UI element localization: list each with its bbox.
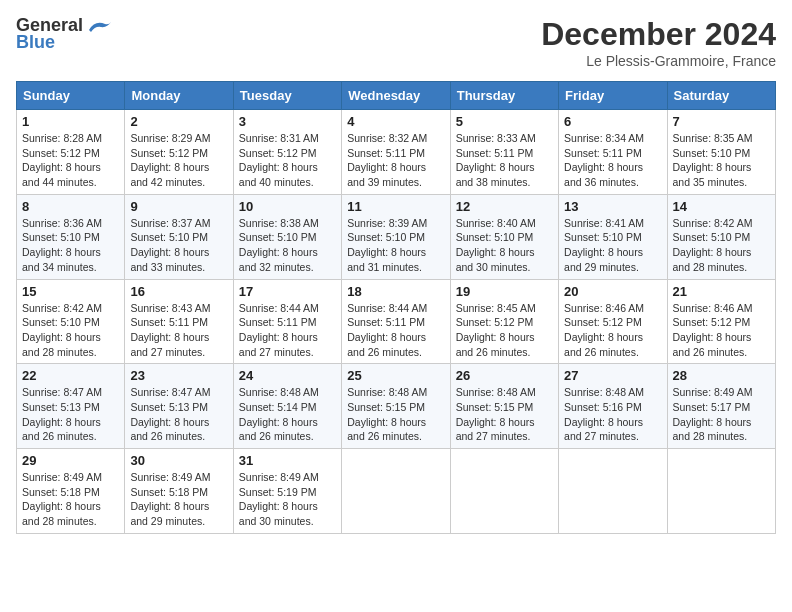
cell-sun-info: Sunrise: 8:28 AMSunset: 5:12 PMDaylight:…: [22, 131, 119, 190]
day-number: 18: [347, 284, 444, 299]
calendar-cell: 10Sunrise: 8:38 AMSunset: 5:10 PMDayligh…: [233, 194, 341, 279]
calendar-cell: 26Sunrise: 8:48 AMSunset: 5:15 PMDayligh…: [450, 364, 558, 449]
day-number: 31: [239, 453, 336, 468]
day-number: 4: [347, 114, 444, 129]
calendar-cell: 5Sunrise: 8:33 AMSunset: 5:11 PMDaylight…: [450, 110, 558, 195]
calendar-week-2: 8Sunrise: 8:36 AMSunset: 5:10 PMDaylight…: [17, 194, 776, 279]
calendar-cell: 29Sunrise: 8:49 AMSunset: 5:18 PMDayligh…: [17, 449, 125, 534]
day-number: 1: [22, 114, 119, 129]
cell-sun-info: Sunrise: 8:47 AMSunset: 5:13 PMDaylight:…: [22, 385, 119, 444]
cell-sun-info: Sunrise: 8:48 AMSunset: 5:14 PMDaylight:…: [239, 385, 336, 444]
calendar-cell: 15Sunrise: 8:42 AMSunset: 5:10 PMDayligh…: [17, 279, 125, 364]
cell-sun-info: Sunrise: 8:49 AMSunset: 5:18 PMDaylight:…: [130, 470, 227, 529]
calendar-cell: 13Sunrise: 8:41 AMSunset: 5:10 PMDayligh…: [559, 194, 667, 279]
calendar-cell: 19Sunrise: 8:45 AMSunset: 5:12 PMDayligh…: [450, 279, 558, 364]
calendar-cell: 17Sunrise: 8:44 AMSunset: 5:11 PMDayligh…: [233, 279, 341, 364]
cell-sun-info: Sunrise: 8:47 AMSunset: 5:13 PMDaylight:…: [130, 385, 227, 444]
cell-sun-info: Sunrise: 8:39 AMSunset: 5:10 PMDaylight:…: [347, 216, 444, 275]
day-number: 28: [673, 368, 770, 383]
calendar-cell: [342, 449, 450, 534]
month-title: December 2024: [541, 16, 776, 53]
cell-sun-info: Sunrise: 8:42 AMSunset: 5:10 PMDaylight:…: [673, 216, 770, 275]
day-number: 26: [456, 368, 553, 383]
calendar-cell: 6Sunrise: 8:34 AMSunset: 5:11 PMDaylight…: [559, 110, 667, 195]
cell-sun-info: Sunrise: 8:48 AMSunset: 5:16 PMDaylight:…: [564, 385, 661, 444]
cell-sun-info: Sunrise: 8:48 AMSunset: 5:15 PMDaylight:…: [456, 385, 553, 444]
day-number: 23: [130, 368, 227, 383]
day-number: 29: [22, 453, 119, 468]
day-number: 7: [673, 114, 770, 129]
day-number: 5: [456, 114, 553, 129]
day-number: 6: [564, 114, 661, 129]
day-number: 14: [673, 199, 770, 214]
calendar-cell: 23Sunrise: 8:47 AMSunset: 5:13 PMDayligh…: [125, 364, 233, 449]
calendar-week-1: 1Sunrise: 8:28 AMSunset: 5:12 PMDaylight…: [17, 110, 776, 195]
title-area: December 2024 Le Plessis-Grammoire, Fran…: [541, 16, 776, 69]
day-number: 16: [130, 284, 227, 299]
cell-sun-info: Sunrise: 8:44 AMSunset: 5:11 PMDaylight:…: [347, 301, 444, 360]
calendar-cell: 31Sunrise: 8:49 AMSunset: 5:19 PMDayligh…: [233, 449, 341, 534]
location-subtitle: Le Plessis-Grammoire, France: [541, 53, 776, 69]
day-number: 19: [456, 284, 553, 299]
calendar-cell: 27Sunrise: 8:48 AMSunset: 5:16 PMDayligh…: [559, 364, 667, 449]
calendar-cell: [667, 449, 775, 534]
cell-sun-info: Sunrise: 8:49 AMSunset: 5:19 PMDaylight:…: [239, 470, 336, 529]
calendar-cell: 3Sunrise: 8:31 AMSunset: 5:12 PMDaylight…: [233, 110, 341, 195]
calendar-header-saturday: Saturday: [667, 82, 775, 110]
calendar-cell: 1Sunrise: 8:28 AMSunset: 5:12 PMDaylight…: [17, 110, 125, 195]
calendar-cell: 2Sunrise: 8:29 AMSunset: 5:12 PMDaylight…: [125, 110, 233, 195]
cell-sun-info: Sunrise: 8:49 AMSunset: 5:17 PMDaylight:…: [673, 385, 770, 444]
page-header: General Blue December 2024 Le Plessis-Gr…: [16, 16, 776, 69]
calendar-body: 1Sunrise: 8:28 AMSunset: 5:12 PMDaylight…: [17, 110, 776, 534]
cell-sun-info: Sunrise: 8:44 AMSunset: 5:11 PMDaylight:…: [239, 301, 336, 360]
cell-sun-info: Sunrise: 8:35 AMSunset: 5:10 PMDaylight:…: [673, 131, 770, 190]
day-number: 13: [564, 199, 661, 214]
day-number: 21: [673, 284, 770, 299]
calendar-cell: [450, 449, 558, 534]
calendar-cell: 14Sunrise: 8:42 AMSunset: 5:10 PMDayligh…: [667, 194, 775, 279]
calendar-header-row: SundayMondayTuesdayWednesdayThursdayFrid…: [17, 82, 776, 110]
cell-sun-info: Sunrise: 8:33 AMSunset: 5:11 PMDaylight:…: [456, 131, 553, 190]
calendar-header-tuesday: Tuesday: [233, 82, 341, 110]
calendar-cell: 16Sunrise: 8:43 AMSunset: 5:11 PMDayligh…: [125, 279, 233, 364]
day-number: 30: [130, 453, 227, 468]
calendar-header-wednesday: Wednesday: [342, 82, 450, 110]
cell-sun-info: Sunrise: 8:31 AMSunset: 5:12 PMDaylight:…: [239, 131, 336, 190]
day-number: 15: [22, 284, 119, 299]
calendar-header-monday: Monday: [125, 82, 233, 110]
cell-sun-info: Sunrise: 8:34 AMSunset: 5:11 PMDaylight:…: [564, 131, 661, 190]
day-number: 25: [347, 368, 444, 383]
day-number: 3: [239, 114, 336, 129]
day-number: 11: [347, 199, 444, 214]
calendar-cell: [559, 449, 667, 534]
logo: General Blue: [16, 16, 113, 53]
calendar-cell: 24Sunrise: 8:48 AMSunset: 5:14 PMDayligh…: [233, 364, 341, 449]
day-number: 12: [456, 199, 553, 214]
calendar-cell: 25Sunrise: 8:48 AMSunset: 5:15 PMDayligh…: [342, 364, 450, 449]
calendar-week-4: 22Sunrise: 8:47 AMSunset: 5:13 PMDayligh…: [17, 364, 776, 449]
cell-sun-info: Sunrise: 8:45 AMSunset: 5:12 PMDaylight:…: [456, 301, 553, 360]
cell-sun-info: Sunrise: 8:49 AMSunset: 5:18 PMDaylight:…: [22, 470, 119, 529]
calendar-cell: 28Sunrise: 8:49 AMSunset: 5:17 PMDayligh…: [667, 364, 775, 449]
calendar-cell: 20Sunrise: 8:46 AMSunset: 5:12 PMDayligh…: [559, 279, 667, 364]
calendar-cell: 12Sunrise: 8:40 AMSunset: 5:10 PMDayligh…: [450, 194, 558, 279]
cell-sun-info: Sunrise: 8:40 AMSunset: 5:10 PMDaylight:…: [456, 216, 553, 275]
calendar-header-thursday: Thursday: [450, 82, 558, 110]
calendar-week-3: 15Sunrise: 8:42 AMSunset: 5:10 PMDayligh…: [17, 279, 776, 364]
calendar-table: SundayMondayTuesdayWednesdayThursdayFrid…: [16, 81, 776, 534]
day-number: 24: [239, 368, 336, 383]
cell-sun-info: Sunrise: 8:46 AMSunset: 5:12 PMDaylight:…: [564, 301, 661, 360]
cell-sun-info: Sunrise: 8:41 AMSunset: 5:10 PMDaylight:…: [564, 216, 661, 275]
day-number: 22: [22, 368, 119, 383]
day-number: 2: [130, 114, 227, 129]
calendar-cell: 4Sunrise: 8:32 AMSunset: 5:11 PMDaylight…: [342, 110, 450, 195]
cell-sun-info: Sunrise: 8:36 AMSunset: 5:10 PMDaylight:…: [22, 216, 119, 275]
day-number: 10: [239, 199, 336, 214]
calendar-cell: 11Sunrise: 8:39 AMSunset: 5:10 PMDayligh…: [342, 194, 450, 279]
calendar-week-5: 29Sunrise: 8:49 AMSunset: 5:18 PMDayligh…: [17, 449, 776, 534]
day-number: 17: [239, 284, 336, 299]
cell-sun-info: Sunrise: 8:48 AMSunset: 5:15 PMDaylight:…: [347, 385, 444, 444]
cell-sun-info: Sunrise: 8:38 AMSunset: 5:10 PMDaylight:…: [239, 216, 336, 275]
calendar-cell: 22Sunrise: 8:47 AMSunset: 5:13 PMDayligh…: [17, 364, 125, 449]
calendar-cell: 18Sunrise: 8:44 AMSunset: 5:11 PMDayligh…: [342, 279, 450, 364]
